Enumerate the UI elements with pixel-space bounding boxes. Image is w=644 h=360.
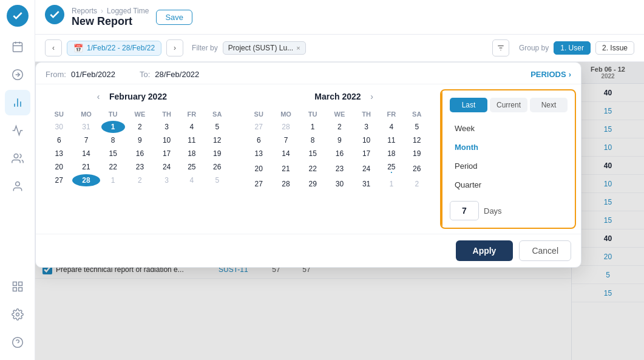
cal-day[interactable]: 27 (246, 121, 271, 133)
cal-day[interactable]: 30 (47, 121, 71, 133)
cal-day[interactable]: 5 (205, 174, 230, 186)
breadcrumb-parent[interactable]: Reports (72, 7, 97, 15)
cal-day[interactable]: 2 (126, 121, 154, 133)
sidebar-item-reports[interactable] (5, 90, 30, 115)
cal-day[interactable]: 16 (326, 148, 353, 160)
cal-day[interactable]: 5 (205, 121, 230, 133)
cal-day[interactable]: 20 (47, 161, 71, 173)
period-tab-next[interactable]: Next (530, 98, 568, 112)
cal-day[interactable]: 31 (72, 121, 100, 133)
sidebar-item-user[interactable] (5, 174, 30, 199)
group-by-user-button[interactable]: 1. User (554, 41, 591, 55)
cal-day[interactable]: 25 (180, 161, 203, 173)
cal-day[interactable]: 4 (180, 174, 203, 186)
cal-day[interactable]: 15 (301, 148, 325, 160)
app-logo[interactable] (7, 5, 29, 27)
cal-day[interactable]: 13 (47, 148, 71, 160)
cal-day[interactable]: 19 (205, 148, 230, 160)
cal-day[interactable]: 4 (180, 121, 203, 133)
to-value[interactable]: 28/Feb/2022 (155, 70, 199, 79)
cal-day[interactable]: 25 (379, 161, 403, 177)
cal-day[interactable]: 26 (205, 161, 230, 173)
cal-day[interactable]: 26 (405, 161, 430, 177)
cal-day[interactable]: 2 (405, 178, 430, 190)
cal-day[interactable]: 17 (354, 148, 378, 160)
sidebar-item-calendar[interactable] (5, 34, 30, 59)
cal-day[interactable]: 28 (72, 174, 100, 186)
cal-day[interactable]: 28 (272, 178, 299, 190)
filter-chip[interactable]: Project (SUST) Lu... × (223, 41, 306, 55)
date-range-chip[interactable]: 📅 1/Feb/22 - 28/Feb/22 (67, 41, 161, 56)
sidebar-item-users[interactable] (5, 146, 30, 171)
next-period-button[interactable]: › (166, 39, 183, 56)
cal-day[interactable]: 11 (379, 134, 403, 146)
filter-options-button[interactable] (492, 39, 509, 56)
cal-day[interactable]: 28 (272, 121, 299, 133)
cal-day[interactable]: 13 (246, 148, 271, 160)
cal-day[interactable]: 9 (126, 134, 154, 146)
period-option-week[interactable]: Week (450, 120, 568, 137)
cal-day[interactable]: 18 (180, 148, 203, 160)
cal-day[interactable]: 6 (47, 134, 71, 146)
cal-day[interactable]: 17 (155, 148, 178, 160)
cal-day[interactable]: 2 (126, 174, 154, 186)
cal-day[interactable]: 8 (301, 134, 325, 146)
cal-day[interactable]: 10 (155, 134, 178, 146)
group-by-issue-button[interactable]: 2. Issue (595, 41, 634, 55)
period-option-month[interactable]: Month (450, 138, 568, 156)
period-tab-last[interactable]: Last (450, 98, 487, 112)
days-input[interactable] (450, 201, 479, 220)
cal-day[interactable]: 15 (101, 148, 125, 160)
cal-day[interactable]: 22 (301, 161, 325, 177)
period-tab-current[interactable]: Current (490, 98, 527, 112)
cal-day[interactable]: 14 (272, 148, 299, 160)
sidebar-item-arrows[interactable] (5, 62, 30, 87)
cal-day[interactable]: 2 (326, 121, 353, 133)
cal-day[interactable]: 14 (72, 148, 100, 160)
periods-button[interactable]: PERIODS › (530, 70, 571, 79)
cal-next-button[interactable]: › (366, 92, 378, 101)
cal-day[interactable]: 18 (379, 148, 403, 160)
cal-day[interactable]: 3 (155, 174, 178, 186)
sidebar-item-chart2[interactable] (5, 118, 30, 143)
period-option-quarter[interactable]: Quarter (450, 176, 568, 194)
filter-chip-remove[interactable]: × (296, 44, 300, 52)
cal-day[interactable]: 19 (405, 148, 430, 160)
cal-day[interactable]: 3 (155, 121, 178, 133)
cal-day[interactable]: 29 (301, 178, 325, 190)
cal-day[interactable]: 7 (72, 134, 100, 146)
cal-day[interactable]: 7 (272, 134, 299, 146)
cal-day[interactable]: 24 (354, 161, 378, 177)
cal-day[interactable]: 12 (405, 134, 430, 146)
cal-day[interactable]: 3 (354, 121, 378, 133)
apply-button[interactable]: Apply (456, 240, 514, 261)
sidebar-item-settings[interactable] (5, 302, 30, 327)
cal-day[interactable]: 20 (246, 161, 271, 177)
cal-prev-button[interactable]: ‹ (92, 92, 104, 101)
cal-day[interactable]: 6 (246, 134, 271, 146)
cal-day[interactable]: 24 (155, 161, 178, 173)
cal-day[interactable]: 1 (101, 121, 125, 133)
cal-day[interactable]: 9 (326, 134, 353, 146)
sidebar-item-grid[interactable] (5, 274, 30, 299)
cal-day[interactable]: 1 (101, 174, 125, 186)
prev-period-button[interactable]: ‹ (45, 39, 62, 56)
cancel-button[interactable]: Cancel (519, 240, 571, 261)
cal-day[interactable]: 1 (301, 121, 325, 133)
cal-day[interactable]: 10 (354, 134, 378, 146)
cal-day[interactable]: 30 (326, 178, 353, 190)
period-option-period[interactable]: Period (450, 157, 568, 175)
cal-day[interactable]: 27 (246, 178, 271, 190)
cal-day[interactable]: 8 (101, 134, 125, 146)
cal-day[interactable]: 23 (326, 161, 353, 177)
cal-day[interactable]: 12 (205, 134, 230, 146)
cal-day[interactable]: 1 (379, 178, 403, 190)
cal-day[interactable]: 31 (354, 178, 378, 190)
cal-day[interactable]: 21 (72, 161, 100, 173)
sidebar-item-help[interactable] (5, 330, 30, 355)
cal-day[interactable]: 4 (379, 121, 403, 133)
cal-day[interactable]: 16 (126, 148, 154, 160)
cal-day[interactable]: 5 (405, 121, 430, 133)
from-value[interactable]: 01/Feb/2022 (71, 70, 115, 79)
cal-day[interactable]: 27 (47, 174, 71, 186)
